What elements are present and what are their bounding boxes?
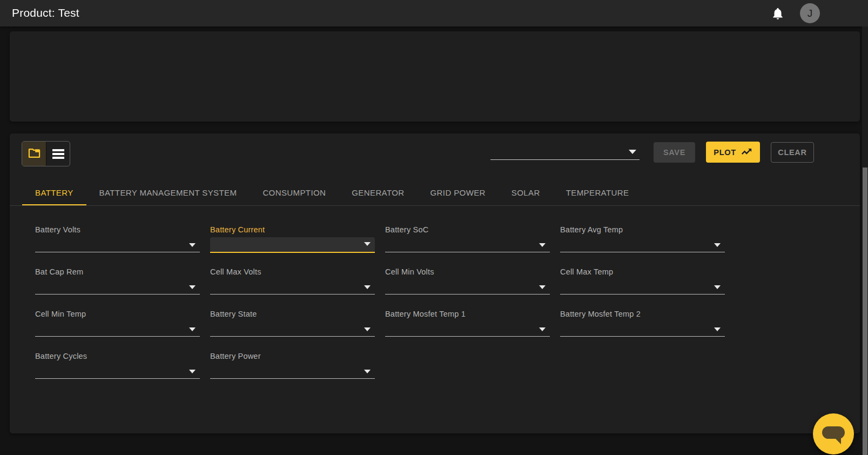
- field-select[interactable]: [385, 323, 550, 337]
- preset-select[interactable]: [490, 143, 640, 160]
- chevron-down-icon: [189, 370, 196, 373]
- chevron-down-icon: [629, 150, 636, 154]
- field-select[interactable]: [385, 238, 550, 252]
- field-select[interactable]: [210, 365, 375, 379]
- list-icon: [52, 149, 64, 159]
- field-select[interactable]: [210, 237, 375, 253]
- tabs-divider: [10, 205, 860, 206]
- field-select[interactable]: [560, 238, 725, 252]
- field-select[interactable]: [210, 280, 375, 295]
- field-select[interactable]: [385, 280, 550, 295]
- field-cell-max-volts: Cell Max Volts: [210, 267, 375, 295]
- plot-button-label: PLOT: [714, 148, 736, 157]
- list-view-button[interactable]: [46, 142, 70, 166]
- scrollbar-thumb[interactable]: [863, 168, 867, 455]
- field-bat-cap-rem: Bat Cap Rem: [35, 267, 200, 295]
- chevron-down-icon: [714, 243, 721, 247]
- chat-fab[interactable]: [813, 413, 854, 454]
- trending-up-icon: [741, 145, 752, 159]
- chevron-down-icon: [364, 370, 371, 373]
- chevron-down-icon: [189, 285, 196, 289]
- clear-button[interactable]: CLEAR: [771, 142, 814, 163]
- chevron-down-icon: [189, 243, 196, 247]
- signal-selection-card: SAVE PLOT CLEAR BATTERY BATTERY MANAGEME…: [10, 133, 860, 433]
- field-battery-avg-temp: Battery Avg Temp: [560, 225, 725, 252]
- field-select[interactable]: [560, 280, 725, 295]
- field-battery-volts: Battery Volts: [35, 225, 200, 252]
- tab-solar[interactable]: SOLAR: [499, 180, 553, 205]
- field-select[interactable]: [35, 323, 200, 337]
- notifications-button[interactable]: [768, 4, 788, 24]
- chevron-down-icon: [539, 285, 546, 289]
- plot-area-card: [10, 31, 860, 122]
- chevron-down-icon: [714, 327, 721, 331]
- field-cell-min-volts: Cell Min Volts: [385, 267, 550, 295]
- field-cell-max-temp: Cell Max Temp: [560, 267, 725, 295]
- field-select[interactable]: [35, 365, 200, 379]
- tab-battery-management-system[interactable]: BATTERY MANAGEMENT SYSTEM: [86, 180, 250, 205]
- save-button[interactable]: SAVE: [654, 142, 695, 163]
- field-select[interactable]: [210, 323, 375, 337]
- field-select[interactable]: [35, 238, 200, 252]
- chevron-down-icon: [364, 327, 371, 331]
- folder-icon: [27, 146, 42, 162]
- view-toggle-group: [22, 141, 70, 166]
- tab-grid-power[interactable]: GRID POWER: [418, 180, 499, 205]
- field-battery-cycles: Battery Cycles: [35, 352, 200, 379]
- tab-battery[interactable]: BATTERY: [22, 180, 86, 205]
- tab-generator[interactable]: GENERATOR: [339, 180, 417, 205]
- tab-consumption[interactable]: CONSUMPTION: [250, 180, 339, 205]
- chevron-down-icon: [714, 285, 721, 289]
- bell-icon: [771, 14, 785, 22]
- chevron-down-icon: [189, 327, 196, 331]
- avatar[interactable]: J: [800, 3, 820, 23]
- plot-button[interactable]: PLOT: [706, 142, 760, 163]
- signal-field-grid: Battery Volts Battery Current Battery So…: [35, 225, 725, 379]
- field-battery-mosfet-temp-2: Battery Mosfet Temp 2: [560, 310, 725, 337]
- page-title: Product: Test: [12, 6, 79, 19]
- tab-temperature[interactable]: TEMPERATURE: [553, 180, 642, 205]
- scrollbar-track[interactable]: [862, 26, 868, 455]
- tabs: BATTERY BATTERY MANAGEMENT SYSTEM CONSUM…: [22, 180, 642, 205]
- field-battery-power: Battery Power: [210, 352, 375, 379]
- field-select[interactable]: [560, 323, 725, 337]
- app-bar: Product: Test J: [0, 0, 868, 26]
- chevron-down-icon: [539, 243, 546, 247]
- chevron-down-icon: [364, 285, 371, 289]
- chevron-down-icon: [364, 242, 371, 246]
- field-battery-mosfet-temp-1: Battery Mosfet Temp 1: [385, 310, 550, 337]
- field-select[interactable]: [35, 280, 200, 295]
- field-battery-soc: Battery SoC: [385, 225, 550, 252]
- chevron-down-icon: [539, 327, 546, 331]
- avatar-initial: J: [808, 8, 813, 19]
- field-cell-min-temp: Cell Min Temp: [35, 310, 200, 337]
- field-battery-current: Battery Current: [210, 225, 375, 252]
- field-battery-state: Battery State: [210, 310, 375, 337]
- folder-view-button[interactable]: [22, 142, 46, 166]
